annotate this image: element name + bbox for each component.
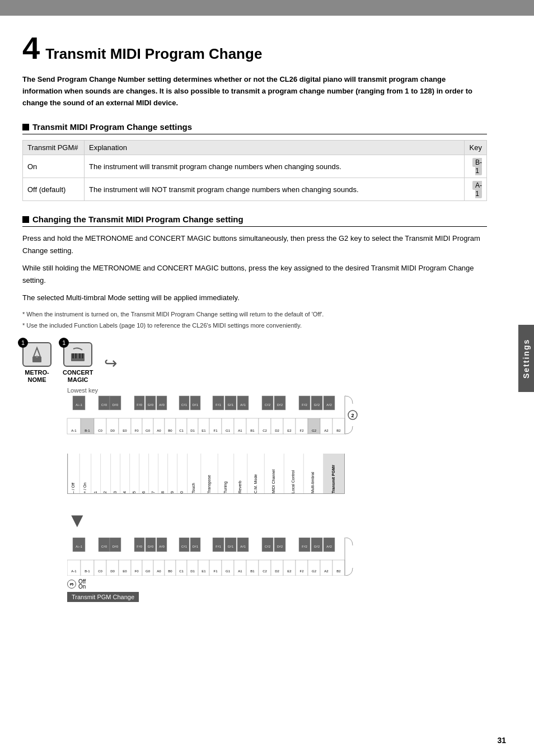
svg-text:G♯1: G♯1 — [228, 545, 233, 548]
svg-text:C♯2: C♯2 — [265, 403, 270, 407]
off-on-labels: 3 Off On — [67, 578, 476, 590]
lowest-key-label: Lowest key — [67, 387, 476, 394]
svg-text:C0: C0 — [98, 429, 102, 432]
svg-text:D♯1: D♯1 — [193, 403, 198, 407]
down-arrow: ▼ — [67, 508, 87, 532]
vl-cm-mode: C.M. Mode — [247, 454, 264, 493]
svg-text:A♭-1: A♭-1 — [76, 545, 82, 548]
svg-text:B1: B1 — [250, 429, 255, 432]
badge-1a: 1 — [18, 338, 28, 348]
svg-text:G2: G2 — [312, 429, 317, 432]
svg-rect-122 — [259, 560, 271, 576]
svg-text:G♯2: G♯2 — [314, 545, 320, 548]
svg-text:2: 2 — [351, 413, 354, 418]
svg-text:A1: A1 — [238, 570, 242, 573]
vl-0: 0 — [177, 454, 186, 493]
metronome-button-icon: 1 — [22, 342, 51, 367]
vert-labels-1: – / Off + / On 1 2 3 4 5 6 7 8 9 0 Touch… — [67, 454, 345, 494]
table-header-key: Key — [465, 141, 487, 155]
svg-line-2 — [37, 348, 39, 353]
svg-text:F2: F2 — [299, 570, 304, 573]
svg-text:D0: D0 — [110, 570, 115, 573]
svg-text:G0: G0 — [146, 429, 151, 432]
svg-rect-6 — [75, 353, 77, 358]
svg-rect-110 — [187, 560, 198, 576]
pgm-on: On — [23, 155, 85, 178]
svg-text:A♯2: A♯2 — [326, 403, 332, 407]
svg-marker-1 — [34, 348, 40, 357]
para1: Press and hold the METRONOME and CONCERT… — [22, 232, 487, 256]
transmit-pgm-badge: Transmit PGM Change — [67, 592, 139, 602]
section-square-icon — [22, 124, 29, 130]
svg-text:F0: F0 — [134, 429, 139, 432]
key-off: A-1 — [465, 178, 487, 201]
svg-text:G♯2: G♯2 — [314, 403, 320, 407]
svg-text:F1: F1 — [213, 570, 218, 573]
svg-text:A♯2: A♯2 — [326, 545, 332, 548]
concert-magic-button-icon: 1 — [63, 342, 92, 367]
svg-text:G0: G0 — [146, 570, 151, 573]
svg-rect-124 — [271, 560, 283, 576]
svg-rect-120 — [246, 560, 259, 576]
svg-text:F♯2: F♯2 — [302, 545, 307, 548]
svg-text:E1: E1 — [202, 429, 206, 432]
vl-transmit-pgm: Transmit PGM# — [323, 454, 344, 493]
svg-text:A-1: A-1 — [71, 429, 77, 432]
vl-reverb: Reverb — [233, 454, 247, 493]
svg-text:A0: A0 — [157, 570, 161, 573]
vl-tuning: Tuning — [218, 454, 233, 493]
svg-text:A-1: A-1 — [71, 570, 77, 573]
vl-off: – / Off — [68, 454, 79, 493]
pgm-off: Off (default) — [23, 178, 85, 201]
concert-magic-svg — [69, 346, 87, 363]
svg-rect-130 — [308, 560, 320, 576]
metronome-svg — [28, 346, 46, 363]
svg-rect-96 — [106, 560, 119, 576]
svg-text:F♯2: F♯2 — [302, 403, 307, 407]
svg-text:A2: A2 — [324, 570, 329, 573]
svg-text:G1: G1 — [226, 429, 231, 432]
vl-midi-channel: MIDI Channel — [264, 454, 284, 493]
svg-text:A♯1: A♯1 — [240, 403, 246, 407]
top-bar — [0, 0, 534, 16]
para3: The selected Multi-timbral Mode setting … — [22, 292, 487, 304]
table-header-explanation: Explanation — [85, 141, 465, 155]
svg-text:D♯1: D♯1 — [193, 545, 198, 548]
svg-text:F2: F2 — [299, 429, 304, 432]
svg-text:G♯0: G♯0 — [148, 403, 153, 407]
svg-text:E1: E1 — [202, 570, 206, 573]
svg-rect-100 — [131, 560, 142, 576]
badge-1b: 1 — [59, 338, 69, 348]
chapter-heading: 4 Transmit MIDI Program Change — [22, 32, 487, 64]
svg-rect-7 — [79, 353, 81, 358]
table-row: On The instrument will transmit program … — [23, 155, 487, 178]
settings-tab: Settings — [518, 325, 534, 392]
concert-magic-label: CONCERTMAGIC — [63, 369, 93, 384]
svg-text:C2: C2 — [263, 570, 267, 573]
svg-text:A♯1: A♯1 — [240, 545, 246, 548]
svg-text:G2: G2 — [312, 570, 317, 573]
svg-rect-116 — [222, 560, 234, 576]
svg-text:E2: E2 — [287, 570, 292, 573]
svg-text:C♯1: C♯1 — [181, 403, 187, 407]
page-number: 31 — [497, 736, 506, 745]
svg-rect-114 — [209, 560, 222, 576]
diagram-area: 1 METRO-NOME 1 — [22, 342, 487, 611]
svg-text:D♯0: D♯0 — [113, 403, 118, 407]
svg-text:D♯0: D♯0 — [113, 545, 118, 548]
svg-text:F♯1: F♯1 — [216, 403, 221, 407]
note2: * Use the included Function Labels (page… — [22, 321, 487, 331]
svg-text:C♯0: C♯0 — [101, 545, 107, 548]
svg-text:B-1: B-1 — [85, 429, 90, 432]
svg-text:B2: B2 — [336, 570, 341, 573]
svg-text:C1: C1 — [179, 570, 184, 573]
keyboard-svg-1: A-1 B-1 C0 D0 E0 F0 G0 A0 — [67, 396, 476, 452]
svg-text:F♯0: F♯0 — [137, 545, 142, 548]
note1: * When the instrument is turned on, the … — [22, 310, 487, 320]
table-row: Off (default) The instrument will NOT tr… — [23, 178, 487, 201]
svg-text:A♭-1: A♭-1 — [76, 403, 82, 407]
vl-5: 5 — [129, 454, 139, 493]
svg-text:F1: F1 — [213, 429, 218, 432]
svg-text:D♯2: D♯2 — [277, 545, 283, 548]
svg-text:C♯0: C♯0 — [101, 403, 107, 407]
